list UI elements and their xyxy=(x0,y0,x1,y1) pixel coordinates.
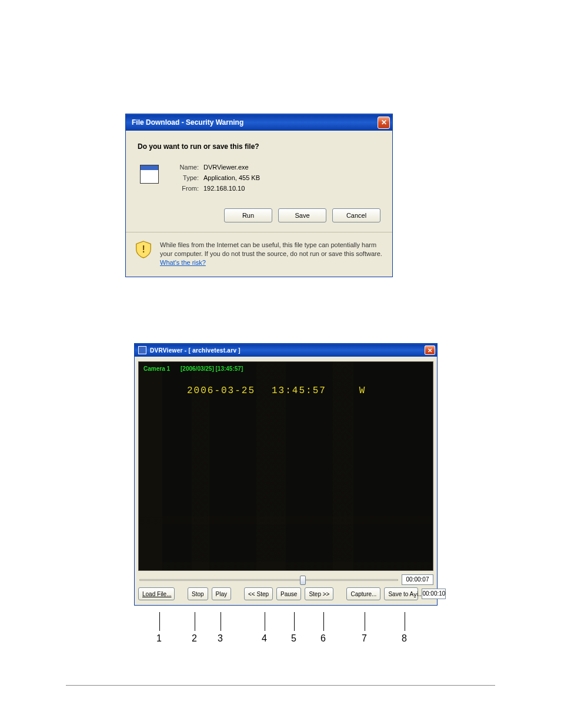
step-forward-button[interactable]: Step >> xyxy=(305,587,333,600)
callout-annotations: 1 2 3 4 5 6 7 8 xyxy=(134,612,438,647)
value-from: 192.168.10.10 xyxy=(203,185,260,192)
time-current: 00:00:07 xyxy=(402,574,433,585)
value-name: DVRViewer.exe xyxy=(203,164,260,171)
viewer-titlebar[interactable]: DVRViewer - [ archivetest.arv ] ✕ xyxy=(135,344,437,357)
video-area: Camera 1 [2006/03/25] [13:45:57] 2006-03… xyxy=(138,361,433,571)
whats-the-risk-link[interactable]: What's the risk? xyxy=(160,259,206,266)
run-button[interactable]: Run xyxy=(224,208,272,222)
app-icon xyxy=(138,346,146,354)
label-type: Type: xyxy=(169,174,199,181)
load-file-button[interactable]: Load File... xyxy=(138,587,175,600)
osd-overlay-date: 2006-03-25 xyxy=(187,385,255,396)
osd-overlay-flag: W xyxy=(359,385,366,396)
dvrviewer-window: DVRViewer - [ archivetest.arv ] ✕ Camera… xyxy=(134,343,438,606)
slider-thumb[interactable] xyxy=(300,576,306,585)
dialog-warning-footer: ! While files from the Internet can be u… xyxy=(126,232,392,277)
save-button[interactable]: Save xyxy=(278,208,326,222)
file-icon xyxy=(140,165,159,184)
stop-button[interactable]: Stop xyxy=(188,587,208,600)
playback-slider[interactable] xyxy=(138,574,399,585)
dialog-prompt: Do you want to run or save this file? xyxy=(138,142,380,151)
svg-text:!: ! xyxy=(142,244,145,254)
cancel-button[interactable]: Cancel xyxy=(332,208,380,222)
dialog-body: Do you want to run or save this file? Na… xyxy=(126,131,392,232)
capture-button[interactable]: Capture... xyxy=(346,587,380,600)
step-back-button[interactable]: << Step xyxy=(244,587,273,600)
pause-button[interactable]: Pause xyxy=(276,587,301,600)
osd-camera: Camera 1 xyxy=(143,365,170,372)
dialog-title: File Download - Security Warning xyxy=(132,118,378,127)
osd-timestamp: [2006/03/25] [13:45:57] xyxy=(181,365,243,372)
close-icon: ✕ xyxy=(381,118,387,127)
time-total: 00:00:10 xyxy=(422,589,446,599)
shield-warning-icon: ! xyxy=(135,241,152,258)
label-from: From: xyxy=(169,185,199,192)
osd-overlay-time: 13:45:57 xyxy=(272,385,326,396)
warning-text: While files from the Internet can be use… xyxy=(160,241,383,267)
close-icon: ✕ xyxy=(428,347,432,354)
close-button[interactable]: ✕ xyxy=(378,117,390,129)
save-to-avi-button[interactable]: Save to Av̱i... xyxy=(384,587,418,600)
page-divider xyxy=(66,685,495,686)
value-type: Application, 455 KB xyxy=(203,174,260,181)
dialog-titlebar[interactable]: File Download - Security Warning ✕ xyxy=(126,114,392,131)
close-button[interactable]: ✕ xyxy=(425,345,435,355)
viewer-title: DVRViewer - [ archivetest.arv ] xyxy=(150,347,421,354)
file-download-dialog: File Download - Security Warning ✕ Do yo… xyxy=(125,114,393,277)
label-name: Name: xyxy=(169,164,199,171)
osd-overlay: 2006-03-2513:45:57W xyxy=(187,385,366,396)
play-button[interactable]: Play xyxy=(212,587,231,600)
